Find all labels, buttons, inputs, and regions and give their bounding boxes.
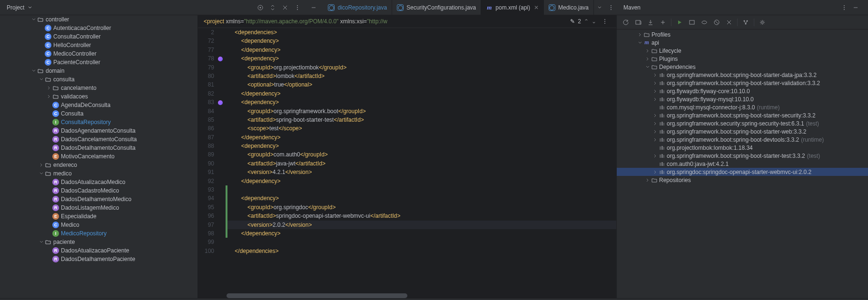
maven-item[interactable]: org.projectlombok:lombok:1.18.34 [617,144,868,152]
maven-minimize-icon[interactable] [850,2,861,13]
code-line-97[interactable]: <version>2.0.2</version> [227,221,616,229]
code-line-87[interactable]: </dependency> [227,133,616,142]
code-line-82[interactable]: </dependency> [227,89,616,98]
code-line-79[interactable]: <groupId>org.projectlombok</groupId> [227,63,616,72]
close-icon[interactable] [279,2,291,13]
code-line-78[interactable]: <dependency> [227,54,616,63]
tree-item-validacoes[interactable]: validacoes [0,92,197,101]
code-line-80[interactable]: <artifactId>lombok</artifactId> [227,72,616,80]
maven-item[interactable]: org.flywaydb:flyway-mysql:10.10.0 [617,95,868,103]
ai-suggest-icon[interactable] [218,57,223,61]
code-line-100[interactable]: </dependencies> [227,247,616,255]
code-line-99[interactable] [227,238,616,246]
tab-pom-xml-api-[interactable]: mpom.xml (api)✕ [481,0,544,15]
code-line-92[interactable]: </dependency> [227,177,616,185]
tree-item-DadosCancelamentoConsulta[interactable]: RDadosCancelamentoConsulta [0,135,197,144]
expand-icon[interactable] [267,2,278,13]
tree-item-medico[interactable]: medico [0,169,197,178]
maven-item[interactable]: org.springframework.boot:spring-boot-sta… [617,127,868,135]
code-line-81[interactable]: <optional>true</optional> [227,80,616,89]
breadcrumb[interactable]: <project xmlns="http://maven.apache.org/… [198,15,616,28]
tree-item-DadosDetalhamentoMedico[interactable]: RDadosDetalhamentoMedico [0,195,197,203]
maven-item[interactable]: org.springframework.boot:spring-boot-sta… [617,111,868,119]
tree-item-endereco[interactable]: endereco [0,161,197,169]
reload-icon[interactable] [621,17,631,28]
maven-more-icon[interactable] [838,2,850,13]
project-dropdown[interactable]: Project [0,0,39,15]
horizontal-scrollbar[interactable] [198,293,616,298]
tree-item-MedicoRepository[interactable]: IMedicoRepository [0,229,197,238]
code-line-95[interactable]: <groupId>org.springdoc</groupId> [227,203,616,212]
maven-item[interactable]: org.springframework.security:spring-secu… [617,119,868,127]
maven-item[interactable]: org.springdoc:springdoc-openapi-starter-… [617,168,868,176]
locate-icon[interactable] [255,2,266,13]
tab-dicoRepository-java[interactable]: ◯dicoRepository.java [323,0,392,15]
tree-item-controller[interactable]: controller [0,15,197,24]
code-line-72[interactable]: <dependency> [227,37,616,45]
settings-icon[interactable] [757,17,768,28]
code-line-96[interactable]: <artifactId>springdoc-openapi-starter-we… [227,212,616,220]
chevron-down-icon[interactable]: ⌄ [592,18,596,25]
code-line-90[interactable]: <artifactId>java-jwt</artifactId> [227,159,616,168]
edit-icon[interactable]: ✎ [570,18,575,25]
code-line-98[interactable]: </dependency> [227,229,616,238]
tree-item-Medico[interactable]: CMedico [0,221,197,229]
tree-item-Consulta[interactable]: CConsulta [0,109,197,118]
tree-item-Especialidade[interactable]: EEspecialidade [0,212,197,221]
maven-item[interactable]: com.mysql:mysql-connector-j:8.3.0(runtim… [617,103,868,111]
generate-sources-icon[interactable] [633,17,643,28]
tree-item-ConsultaController[interactable]: CConsultaController [0,32,197,41]
maven-item[interactable]: Plugins [617,55,868,63]
maven-item[interactable]: org.springframework.boot:spring-boot-sta… [617,152,868,160]
download-icon[interactable] [645,17,656,28]
tree-item-DadosListagemMedico[interactable]: RDadosListagemMedico [0,203,197,212]
collapse-icon[interactable] [724,17,734,28]
maven-item[interactable]: Dependencies [617,63,868,71]
close-tab-icon[interactable]: ✕ [534,4,539,11]
tree-item-DadosDetalhamentoConsulta[interactable]: RDadosDetalhamentoConsulta [0,144,197,152]
code-line-89[interactable]: <groupId>com.auth0</groupId> [227,150,616,159]
tree-item-domain[interactable]: domain [0,67,197,75]
maven-tree[interactable]: ProfilesmapiLifecyclePluginsDependencies… [617,29,868,298]
tree-item-MedicoController[interactable]: CMedicoController [0,49,197,58]
maven-item[interactable]: org.flywaydb:flyway-core:10.10.0 [617,87,868,95]
code-line-94[interactable]: <dependency> [227,194,616,203]
tree-item-DadosAtualizacaoMedico[interactable]: RDadosAtualizacaoMedico [0,178,197,186]
crumb-more-icon[interactable] [599,16,611,27]
code-line-84[interactable]: <groupId>org.springframework.boot</group… [227,107,616,116]
tree-item-PacienteController[interactable]: CPacienteController [0,58,197,67]
show-dependencies-icon[interactable] [740,17,751,28]
code-line-2[interactable]: <dependencies> [227,28,616,37]
code-line-83[interactable]: <dependency> [227,98,616,106]
code-line-86[interactable]: <scope>test</scope> [227,124,616,133]
tree-item-MotivoCancelamento[interactable]: EMotivoCancelamento [0,152,197,161]
tree-item-paciente[interactable]: paciente [0,238,197,246]
tree-item-HelloController[interactable]: CHelloController [0,41,197,49]
skip-tests-icon[interactable] [711,17,722,28]
tree-item-consulta[interactable]: consulta [0,75,197,84]
more-icon[interactable] [292,2,303,13]
tab-Medico-java[interactable]: ◯Medico.java [544,0,594,15]
tree-item-DadosDetalhamentoPaciente[interactable]: RDadosDetalhamentoPaciente [0,255,197,263]
project-tree[interactable]: controllerCAutenticacaoControllerCConsul… [0,15,198,298]
chevron-up-icon[interactable]: ⌃ [584,18,589,25]
minimize-icon[interactable] [308,2,319,13]
maven-item[interactable]: org.springframework.boot:spring-boot-dev… [617,135,868,144]
maven-item[interactable]: mapi [617,39,868,47]
code-line-77[interactable]: </dependency> [227,46,616,54]
run-icon[interactable] [674,17,685,28]
code-line-91[interactable]: <version>4.2.1</version> [227,168,616,176]
tree-item-DadosAtualizacaoPaciente[interactable]: RDadosAtualizacaoPaciente [0,246,197,255]
maven-item[interactable]: Lifecycle [617,47,868,55]
tab-more-icon[interactable] [605,2,617,13]
maven-item[interactable]: Profiles [617,30,868,39]
code-line-85[interactable]: <artifactId>spring-boot-starter-test</ar… [227,116,616,124]
maven-item[interactable]: org.springframework.boot:spring-boot-sta… [617,79,868,87]
tree-item-AgendaDeConsulta[interactable]: CAgendaDeConsulta [0,101,197,109]
code-line-88[interactable]: <dependency> [227,142,616,150]
execute-icon[interactable] [687,17,697,28]
tree-item-DadosAgendamentoConsulta[interactable]: RDadosAgendamentoConsulta [0,126,197,135]
tree-item-ConsultaRepository[interactable]: IConsultaRepository [0,118,197,126]
ai-suggest-icon[interactable] [218,100,223,105]
tree-item-AutenticacaoController[interactable]: CAutenticacaoController [0,24,197,32]
